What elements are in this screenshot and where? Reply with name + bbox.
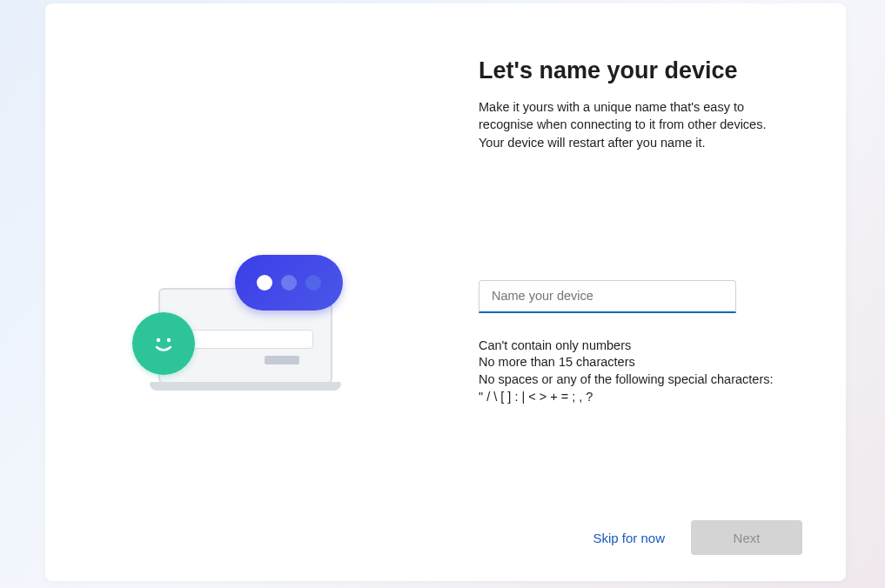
smiley-face-icon [132,312,195,375]
dot-icon [281,275,297,291]
dot-icon [305,275,321,291]
laptop-form-icon [183,330,313,349]
device-illustration [132,227,359,401]
device-name-input[interactable] [479,280,736,313]
illustration-pane [45,3,446,581]
form-pane: Let's name your device Make it yours wit… [446,3,846,581]
setup-dialog: Let's name your device Make it yours wit… [45,3,846,581]
svg-point-0 [157,338,160,342]
rule-special-chars: No spaces or any of the following specia… [479,371,802,389]
next-button[interactable]: Next [691,520,802,555]
page-description: Make it yours with a unique name that's … [479,98,792,151]
laptop-button-icon [265,356,299,364]
input-container [479,280,736,313]
content-area: Let's name your device Make it yours wit… [45,3,846,581]
page-title: Let's name your device [479,57,802,84]
typing-bubble-icon [235,255,343,311]
skip-button[interactable]: Skip for now [593,531,665,545]
rule-numbers: Can't contain only numbers [479,337,802,355]
laptop-base-icon [150,382,341,391]
rule-length: No more than 15 characters [479,354,802,371]
rule-chars-list: " / \ [ ] : | < > + = ; , ? [479,389,802,406]
footer-actions: Skip for now Next [593,520,802,555]
dot-icon [257,275,272,291]
validation-rules: Can't contain only numbers No more than … [479,337,802,405]
svg-point-1 [167,338,171,342]
